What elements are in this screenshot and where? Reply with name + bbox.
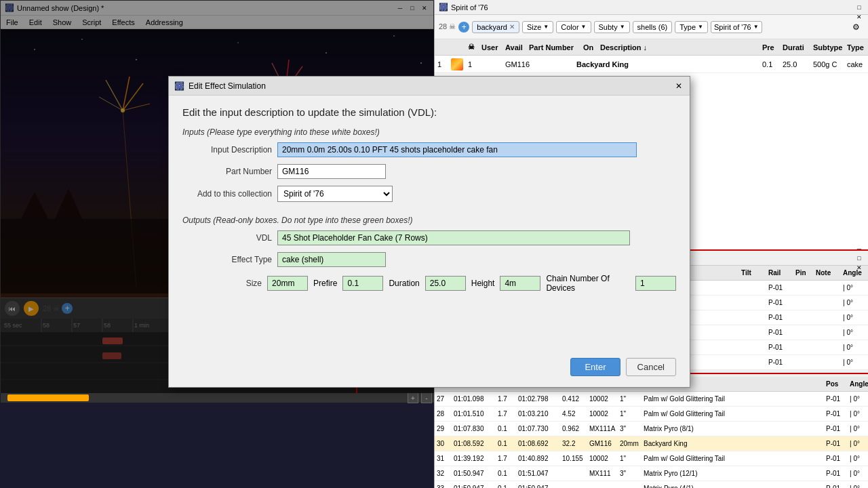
- count-display: 28 ☠: [439, 22, 456, 31]
- row-pre: 0.1: [760, 60, 780, 68]
- col-partnumber-header: Part Number: [526, 43, 580, 52]
- bl-t2: 1.7: [496, 395, 516, 403]
- bl-angle: | 0°: [848, 440, 868, 447]
- bl-pos: P-01: [824, 440, 848, 447]
- bl-desc: Matrix Pyro (12/1): [642, 470, 824, 477]
- bottom-lower-row[interactable]: 33 01:50.947 0.1 01:50.947 Matrix Pyro (…: [435, 481, 868, 488]
- bl-pos: P-01: [824, 485, 848, 488]
- filter-backyard[interactable]: backyard ✕: [472, 21, 519, 33]
- bottom-maximize-button[interactable]: □: [854, 253, 864, 263]
- table-header: ☠ User Avail Part Number On Description …: [435, 39, 868, 56]
- bl-t4: 32.2: [560, 440, 587, 447]
- btr-angle: | 0°: [841, 284, 868, 291]
- bth-tilt: Tilt: [739, 269, 766, 277]
- bottom-lower-row[interactable]: 31 01:39.192 1.7 01:40.892 10.155 10002 …: [435, 451, 868, 466]
- timeline-scrollbar[interactable]: [7, 394, 89, 401]
- bl-t5: 10002: [587, 455, 618, 462]
- collection-dropdown-arrow: ▼: [753, 24, 759, 30]
- bottom-lower-row[interactable]: 30 01:08.592 0.1 01:08.692 32.2 GM116 20…: [435, 436, 868, 451]
- bl-angle: | 0°: [848, 470, 868, 477]
- dialog-close-button[interactable]: ✕: [673, 81, 684, 92]
- timeline-scrollbar-area[interactable]: + -: [1, 393, 435, 403]
- part-number-field[interactable]: [277, 164, 386, 179]
- input-description-field[interactable]: [277, 142, 637, 157]
- row-thumb-cell: [448, 58, 465, 70]
- size-dropdown[interactable]: Size ▼: [522, 21, 553, 33]
- outputs-section-label: Outputs (Read-only boxes. Do not type in…: [182, 216, 676, 225]
- prefire-label: Prefire: [308, 279, 342, 288]
- bottom-minimize-button[interactable]: ─: [854, 244, 864, 253]
- vdl-row: VDL: [182, 230, 676, 245]
- bl-t6: 1": [618, 455, 642, 462]
- bl-t4: 10.155: [560, 455, 587, 462]
- right-titlebar: 🎆 Spirit of '76 ─ □ ✕: [435, 0, 868, 15]
- row-type: cake: [844, 60, 868, 68]
- bth-angle: Angle: [841, 269, 868, 277]
- bl-desc: Palm w/ Gold Glittering Tail: [642, 410, 824, 418]
- bottom-lower-rows: 27 01:01.098 1.7 01:02.798 0.412 10002 1…: [435, 392, 868, 488]
- btr-col3: P-01: [766, 299, 793, 306]
- right-app-icon: 🎆: [439, 3, 448, 12]
- bl-t3: 01:08.692: [516, 440, 560, 447]
- zoom-in-small-button[interactable]: +: [408, 392, 418, 403]
- bl-t4: 4.52: [560, 410, 587, 418]
- bottom-lower-row[interactable]: 32 01:50.947 0.1 01:51.047 MX111 3" Matr…: [435, 466, 868, 481]
- type-dropdown[interactable]: Type ▼: [675, 21, 708, 33]
- height-field: [500, 276, 540, 291]
- bl-t6: 1": [618, 410, 642, 418]
- shells-dropdown[interactable]: shells (6): [633, 21, 673, 33]
- bottom-lower-row[interactable]: 28 01:01.510 1.7 01:03.210 4.52 10002 1"…: [435, 407, 868, 422]
- part-number-row: Part Number: [182, 164, 676, 179]
- bl-desc: Matrix Pyro (4/1): [642, 485, 824, 488]
- count-skull-icon: ☠: [449, 22, 456, 30]
- bl-t1: 01:01.098: [452, 395, 496, 403]
- color-dropdown[interactable]: Color ▼: [556, 21, 591, 33]
- bl-desc: Matrix Pyro (8/1): [642, 425, 824, 432]
- collection-select[interactable]: Spirit of '76: [277, 186, 393, 202]
- bl-t2: 0.1: [496, 440, 516, 447]
- bl-angle: | 0°: [848, 425, 868, 432]
- blth-pos: Pos: [824, 380, 848, 388]
- effect-type-row: Effect Type: [182, 252, 676, 267]
- bl-id: 28: [435, 410, 452, 418]
- row-thumbnail: [451, 58, 463, 70]
- collection-label: Add to this collection: [182, 189, 277, 199]
- bth-note: Note: [814, 269, 841, 277]
- right-maximize-button[interactable]: □: [854, 3, 864, 12]
- bl-pos: P-01: [824, 455, 848, 462]
- bl-t1: 01:50.947: [452, 485, 496, 488]
- dialog-title-left: 🎆 Edit Effect Simulation: [174, 81, 266, 91]
- col-duration-header: Durati: [780, 43, 810, 52]
- bl-t5: GM116: [587, 440, 618, 447]
- bl-desc: Backyard King: [642, 440, 824, 447]
- col-description-header: Description ↓: [597, 43, 760, 52]
- bottom-lower-row[interactable]: 29 01:07.830 0.1 01:07.730 0.962 MX111A …: [435, 422, 868, 436]
- settings-button[interactable]: ⚙: [848, 19, 864, 35]
- right-title-group: 🎆 Spirit of '76: [439, 3, 488, 12]
- zoom-out-small-button[interactable]: -: [421, 392, 432, 403]
- bl-angle: | 0°: [848, 410, 868, 418]
- cancel-button[interactable]: Cancel: [626, 358, 676, 376]
- add-item-button[interactable]: +: [458, 22, 469, 33]
- subty-dropdown[interactable]: Subty ▼: [594, 21, 630, 33]
- bl-t5: 10002: [587, 410, 618, 418]
- filter-remove-button[interactable]: ✕: [509, 23, 515, 30]
- row-duration: 25.0: [780, 60, 810, 68]
- btr-angle: | 0°: [841, 314, 868, 321]
- col-user-header: User: [479, 43, 502, 52]
- dialog-main-title: Edit the input description to update the…: [182, 106, 676, 118]
- enter-button[interactable]: Enter: [570, 358, 620, 376]
- table-row[interactable]: 1 1 GM116 Backyard King 0.1 25.0 500g C …: [435, 56, 868, 73]
- bottom-lower-row[interactable]: 27 01:01.098 1.7 01:02.798 0.412 10002 1…: [435, 392, 868, 407]
- btr-col3: P-01: [766, 314, 793, 321]
- collection-selector[interactable]: Spirit of '76 ▼: [711, 21, 762, 33]
- vdl-label: VDL: [182, 233, 277, 243]
- row-user-1: 1: [465, 60, 479, 68]
- bl-t1: 01:08.592: [452, 440, 496, 447]
- bl-angle: | 0°: [848, 455, 868, 462]
- bl-pos: P-01: [824, 410, 848, 418]
- bl-t2: 0.1: [496, 425, 516, 432]
- btr-angle: | 0°: [841, 359, 868, 366]
- btr-angle: | 0°: [841, 299, 868, 306]
- dialog-body: Edit the input description to update the…: [169, 96, 690, 310]
